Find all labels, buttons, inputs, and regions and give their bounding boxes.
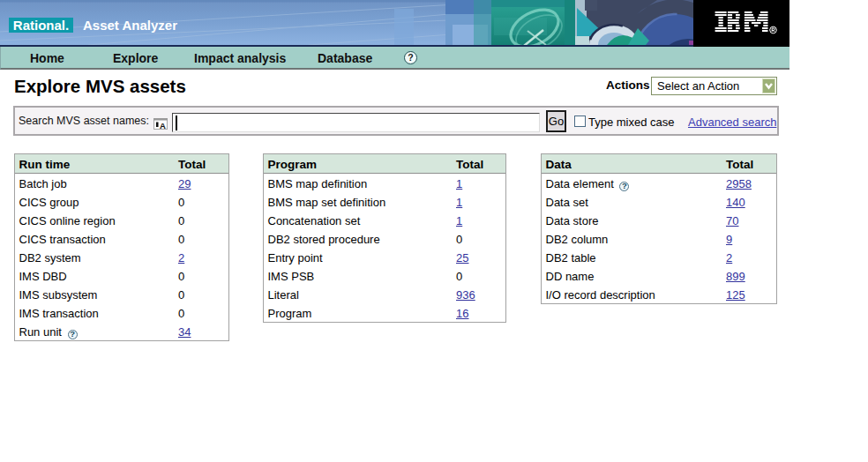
svg-text:A: A xyxy=(160,121,166,130)
